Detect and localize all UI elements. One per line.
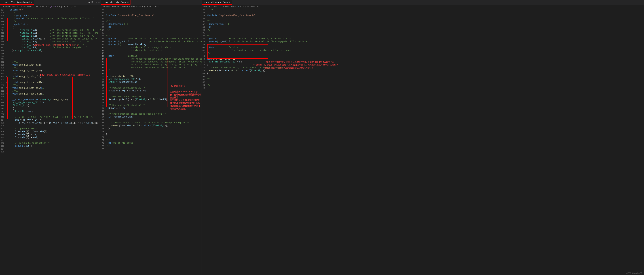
code-content-1[interactable]: extern "C" * * @ingroup PID * @brief Ins… <box>7 9 101 275</box>
compare-icon[interactable]: ↔ <box>85 1 86 4</box>
gutter-2: 2728293031323334353637383940414243444546… <box>101 8 106 275</box>
tab-actions-2: … <box>199 1 200 4</box>
bc-source[interactable]: Source <box>102 6 110 8</box>
tab-arm-pid-init[interactable]: C arm_pid_init_f32.c × <box>101 0 130 5</box>
tabs-bar-3: C arm_pid_reset_f32.c × <box>202 0 644 5</box>
code-area-1[interactable]: 2042052062072082092102112122132142152162… <box>0 9 101 275</box>
bc-include[interactable]: Include <box>2 6 10 8</box>
code-content-3[interactable]: */#include "dsp/controller_functions.h"/… <box>207 8 644 275</box>
more-icon[interactable]: … <box>199 1 200 4</box>
code-area-3[interactable]: 2728293031323334353637383940414243444546… <box>202 8 644 275</box>
bc-symbol[interactable]: arm_pid_init_q15 <box>56 6 76 8</box>
tab-label: arm_pid_init_f32.c <box>105 1 126 4</box>
tab-arm-pid-reset[interactable]: C arm_pid_reset_f32.c × <box>202 0 232 5</box>
c-header-icon: C <box>2 1 3 4</box>
code-area-2[interactable]: 2728293031323334353637383940414243444546… <box>101 8 202 275</box>
tabs-bar-2: C arm_pid_init_f32.c × … <box>101 0 202 5</box>
bc-file[interactable]: controller_functions.h <box>21 6 47 8</box>
tab-controller-functions[interactable]: C controller_functions.h × <box>0 0 34 5</box>
struct-icon: {} <box>50 6 52 8</box>
tabs-bar-1: C controller_functions.h × ↔ ⟲ ⧉ ▭ … <box>0 0 101 5</box>
pane-3: C arm_pid_reset_f32.c × Source› Controll… <box>202 0 644 275</box>
bc-controllerfunctions[interactable]: ControllerFunctions <box>213 6 236 8</box>
c-source-icon: C <box>204 1 205 4</box>
pane-2: C arm_pid_init_f32.c × … Source› Control… <box>101 0 202 275</box>
breadcrumb-3[interactable]: Source› ControllerFunctions› C arm_pid_r… <box>202 5 644 8</box>
gutter-1: 2042052062072082092102112122132142152162… <box>0 9 6 275</box>
tab-label: arm_pid_reset_f32.c <box>206 1 228 4</box>
func-icon: ⊙ <box>55 6 56 8</box>
bc-source[interactable]: Source <box>203 6 210 8</box>
watermark: CSDN @shadow3D <box>626 272 642 274</box>
bc-file[interactable]: arm_pid_init_f32.c <box>140 6 161 8</box>
pane-1: C controller_functions.h × ↔ ⟲ ⧉ ▭ … Inc… <box>0 0 101 275</box>
gutter-3: 2728293031323334353637383940414243444546… <box>202 8 207 275</box>
c-file-icon: C <box>19 6 20 8</box>
layout-icon[interactable]: ▭ <box>95 1 96 4</box>
c-source-icon: C <box>103 1 104 4</box>
bc-controllerfunctions[interactable]: ControllerFunctions <box>112 6 135 8</box>
breadcrumb-1[interactable]: Include› dsp› C controller_functions.h› … <box>0 5 101 9</box>
close-icon[interactable]: × <box>127 1 128 4</box>
code-content-2[interactable]: */#include "dsp/controller_functions.h"/… <box>106 8 202 275</box>
breadcrumb-2[interactable]: Source› ControllerFunctions› C arm_pid_i… <box>101 5 202 8</box>
c-file-icon: C <box>138 6 139 8</box>
more-icon[interactable]: … <box>98 1 100 4</box>
bc-file[interactable]: arm_pid_reset_f32.c <box>240 6 263 8</box>
close-icon[interactable]: × <box>229 1 230 4</box>
bc-dsp[interactable]: dsp <box>12 6 16 8</box>
tab-label: controller_functions.h <box>4 1 30 4</box>
c-file-icon: C <box>238 6 240 8</box>
close-icon[interactable]: × <box>31 1 32 4</box>
tab-actions-1: ↔ ⟲ ⧉ ▭ … <box>85 1 100 4</box>
split-icon[interactable]: ⧉ <box>92 1 93 4</box>
refresh-icon[interactable]: ⟲ <box>88 1 90 4</box>
editor-container: C controller_functions.h × ↔ ⟲ ⧉ ▭ … Inc… <box>0 0 644 275</box>
